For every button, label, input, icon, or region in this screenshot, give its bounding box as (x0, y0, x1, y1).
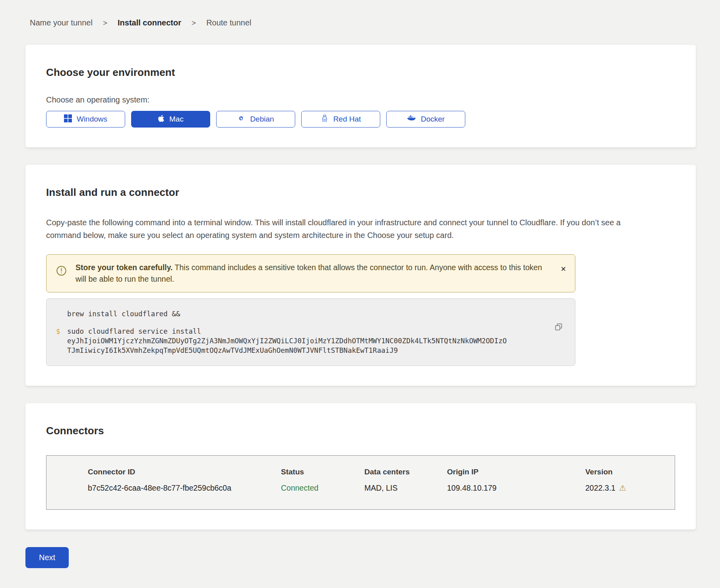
os-button-mac[interactable]: Mac (131, 111, 210, 128)
install-description: Copy-paste the following command into a … (46, 216, 675, 242)
token-warning-line2: will be able to run the tunnel. (75, 275, 174, 283)
install-connector-card: Install and run a connector Copy-paste t… (25, 165, 696, 386)
breadcrumb-separator: > (192, 19, 196, 27)
os-button-debian[interactable]: Debian (216, 111, 295, 128)
token-line-1: eyJhIjoiOWM1YjczYzhmZGNmZDUyOTg2ZjA3NmJm… (67, 337, 507, 345)
command-sudo-line: sudo cloudflared service install (67, 327, 201, 335)
col-version: Version (585, 468, 675, 476)
windows-icon (64, 114, 72, 124)
connector-id-value: b7c52c42-6caa-48ee-8c77-fbe259cb6c0a (88, 484, 281, 493)
col-origin-ip: Origin IP (447, 468, 585, 476)
token-warning-text: Store your token carefully. This command… (75, 262, 554, 285)
breadcrumb-separator: > (103, 19, 107, 27)
os-button-label: Red Hat (333, 115, 361, 124)
connectors-card: Connectors Connector ID Status Data cent… (25, 403, 696, 530)
connector-status-value: Connected (281, 484, 364, 493)
tux-penguin-icon (321, 114, 329, 125)
connectors-table: Connector ID Status Data centers Origin … (46, 455, 675, 510)
version-warning-icon: ⚠ (619, 483, 626, 493)
breadcrumb-name-your-tunnel[interactable]: Name your tunnel (30, 18, 93, 27)
os-button-group: Windows Mac Debian (46, 111, 675, 128)
os-button-label: Windows (77, 115, 107, 124)
install-description-line2: command below, make sure you select an o… (46, 231, 454, 240)
connector-version-value: 2022.3.1 ⚠ (585, 483, 675, 493)
alert-circle-icon (56, 265, 67, 278)
breadcrumb-route-tunnel[interactable]: Route tunnel (206, 18, 251, 27)
command-line-brew: brew install cloudflared && (67, 309, 539, 319)
os-button-docker[interactable]: Docker (386, 111, 465, 128)
col-data-centers: Data centers (364, 468, 447, 476)
os-button-windows[interactable]: Windows (46, 111, 125, 128)
col-connector-id: Connector ID (88, 468, 281, 476)
col-status: Status (281, 468, 364, 476)
choose-environment-title: Choose your environment (46, 66, 675, 79)
version-number: 2022.3.1 (585, 484, 615, 493)
token-warning-lead: Store your token carefully. (75, 263, 173, 272)
token-line-2: TJmIiwicyI6Ik5XVmhZekpqTmpVdE5UQmtOQzAwT… (67, 346, 398, 354)
connectors-title: Connectors (46, 425, 675, 437)
breadcrumb-install-connector[interactable]: Install connector (118, 18, 181, 27)
next-button[interactable]: Next (25, 547, 69, 568)
apple-icon (158, 114, 165, 124)
os-button-label: Debian (250, 115, 274, 124)
choose-environment-card: Choose your environment Choose an operat… (25, 45, 696, 147)
token-warning-banner: Store your token carefully. This command… (46, 254, 575, 292)
token-warning-line1: This command includes a sensitive token … (173, 263, 542, 272)
connectors-table-header: Connector ID Status Data centers Origin … (88, 468, 675, 476)
debian-icon (237, 114, 245, 124)
breadcrumb: Name your tunnel > Install connector > R… (25, 18, 696, 27)
command-line-service-install: $ sudo cloudflared service install eyJhI… (67, 327, 539, 355)
shell-prompt: $ (56, 327, 60, 336)
install-connector-title: Install and run a connector (46, 186, 675, 199)
copy-icon[interactable] (554, 323, 563, 333)
connector-data-centers-value: MAD, LIS (364, 484, 447, 493)
os-button-label: Docker (421, 115, 445, 124)
os-button-label: Mac (169, 115, 184, 124)
os-button-redhat[interactable]: Red Hat (301, 111, 380, 128)
install-description-line1: Copy-paste the following command into a … (46, 218, 621, 227)
docker-whale-icon (407, 115, 416, 124)
tunnel-setup-page: Name your tunnel > Install connector > R… (0, 0, 720, 584)
command-text: sudo cloudflared service install eyJhIjo… (67, 327, 539, 355)
os-label: Choose an operating system: (46, 95, 675, 104)
close-icon[interactable]: ✕ (561, 265, 566, 273)
connector-origin-ip-value: 109.48.10.179 (447, 484, 585, 493)
connector-table-row: b7c52c42-6caa-48ee-8c77-fbe259cb6c0a Con… (88, 483, 675, 493)
install-command-code-block: brew install cloudflared && $ sudo cloud… (46, 298, 575, 366)
